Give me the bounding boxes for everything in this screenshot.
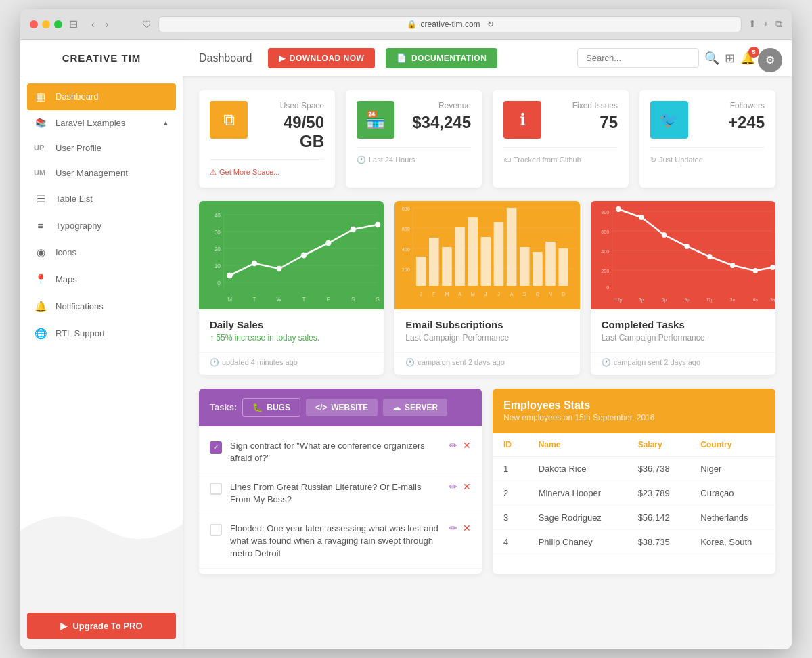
svg-rect-40 — [494, 222, 504, 286]
stat-card-followers: 🐦 Followers +245 ↻ Just Updated — [639, 90, 775, 188]
tab-website[interactable]: </> WEBSITE — [306, 399, 378, 416]
sidebar-item-maps[interactable]: 📍 Maps — [20, 266, 183, 293]
search-icon[interactable]: 🔍 — [704, 51, 719, 66]
dashboard-icon: ▦ — [34, 91, 47, 103]
globe-icon: 🌐 — [34, 328, 47, 340]
nav-abbr: UM — [34, 169, 47, 177]
svg-text:J: J — [420, 290, 423, 297]
tasks-card: Tasks: 🐛 BUGS </> WEBSITE ☁ — [199, 389, 482, 574]
svg-text:D: D — [562, 290, 566, 297]
documentation-button[interactable]: 📄 DOCUMENTATION — [386, 48, 497, 68]
sidebar-item-table-list[interactable]: ☰ Table List — [20, 185, 183, 213]
task-actions: ✏ ✕ — [449, 523, 471, 533]
sidebar-item-rtl[interactable]: 🌐 RTL Support — [20, 320, 183, 347]
fixed-issues-icon: ℹ — [503, 101, 541, 139]
task-checkbox-1[interactable]: ✓ — [210, 441, 222, 454]
task-edit-icon[interactable]: ✏ — [449, 481, 457, 492]
upgrade-button[interactable]: ▶ Upgrade To PRO — [27, 613, 176, 639]
task-edit-icon[interactable]: ✏ — [449, 523, 457, 533]
svg-point-14 — [301, 253, 306, 258]
sidebar-item-notifications[interactable]: 🔔 Notifications — [20, 293, 183, 320]
stat-info: Revenue $34,245 — [403, 101, 471, 132]
tab-bugs[interactable]: 🐛 BUGS — [242, 398, 300, 417]
browser-dots — [30, 20, 62, 28]
task-delete-icon[interactable]: ✕ — [463, 481, 471, 492]
daily-sales-chart-svg: 40 30 20 10 0 — [199, 201, 384, 309]
col-salary: Salary — [627, 433, 690, 457]
svg-text:12p: 12p — [614, 297, 622, 302]
forward-icon[interactable]: › — [106, 19, 109, 30]
download-button[interactable]: ▶ DOWNLOAD NOW — [268, 48, 375, 68]
task-text: Sign contract for "What are conference o… — [230, 440, 441, 464]
svg-point-12 — [252, 261, 256, 266]
maps-icon: 📍 — [34, 273, 47, 286]
task-delete-icon[interactable]: ✕ — [463, 440, 471, 451]
shield-icon: 🛡 — [142, 19, 152, 30]
table-row: 2 Minerva Hooper $23,789 Curaçao — [493, 481, 775, 505]
svg-text:3p: 3p — [639, 297, 644, 302]
tab-server[interactable]: ☁ SERVER — [383, 399, 447, 416]
sidebar-item-label: User Management — [55, 168, 128, 178]
stat-card-header: 🐦 Followers +245 — [650, 101, 765, 139]
svg-text:F: F — [327, 295, 330, 302]
used-space-icon: ⧉ — [210, 101, 248, 139]
chevron-up-icon: ▲ — [162, 119, 169, 127]
sidebar-item-user-management[interactable]: UM User Management — [20, 160, 183, 185]
sidebar-item-label: Typography — [55, 221, 102, 231]
task-checkbox-3[interactable] — [210, 524, 222, 536]
chart-card-completed-tasks: 800 600 400 200 0 — [591, 201, 775, 375]
svg-rect-45 — [559, 248, 569, 286]
sidebar-item-user-profile[interactable]: UP User Profile — [20, 135, 183, 160]
svg-point-73 — [730, 263, 735, 268]
sidebar-footer: ▶ Upgrade To PRO — [20, 602, 183, 649]
chart-area-email: 800 600 400 200 — [394, 201, 579, 309]
dot-green[interactable] — [54, 20, 62, 28]
sidebar-toggle-icon[interactable]: ⊟ — [69, 18, 78, 30]
back-icon[interactable]: ‹ — [91, 19, 95, 30]
svg-rect-38 — [468, 217, 478, 286]
chart-card-email-subscriptions: 800 600 400 200 — [394, 201, 579, 375]
sidebar-item-laravel[interactable]: 📚 Laravel Examples ▲ — [20, 110, 183, 135]
sidebar-item-dashboard[interactable]: ▦ Dashboard — [27, 83, 176, 110]
stats-grid: ⧉ Used Space 49/50 GB ⚠ Get More Space..… — [199, 90, 775, 188]
grid-icon[interactable]: ⊞ — [725, 51, 735, 66]
clock-icon: 🕐 — [210, 358, 219, 367]
svg-text:3a: 3a — [730, 297, 735, 301]
notification-bell-icon[interactable]: 🔔 5 — [740, 51, 755, 66]
svg-point-75 — [770, 265, 775, 270]
sidebar-item-icons[interactable]: ◉ Icons — [20, 239, 183, 266]
sidebar-item-typography[interactable]: ≡ Typography — [20, 213, 183, 239]
dot-yellow[interactable] — [42, 20, 50, 28]
svg-point-17 — [376, 222, 380, 227]
fullscreen-icon[interactable]: ⧉ — [775, 18, 782, 30]
dashboard-content: ⧉ Used Space 49/50 GB ⚠ Get More Space..… — [183, 76, 792, 588]
settings-gear-icon[interactable]: ⚙ — [758, 48, 782, 72]
stat-label: Used Space — [256, 101, 324, 110]
task-checkbox-2[interactable] — [210, 483, 222, 495]
stat-card-header: 🏪 Revenue $34,245 — [357, 101, 471, 139]
sidebar-item-label: User Profile — [55, 143, 102, 153]
task-edit-icon[interactable]: ✏ — [449, 440, 457, 451]
revenue-icon: 🏪 — [357, 101, 394, 139]
svg-point-71 — [684, 244, 689, 249]
svg-rect-41 — [507, 208, 517, 286]
share-icon[interactable]: ⬆ — [748, 18, 757, 30]
arrow-up-icon: ↑ — [210, 333, 214, 343]
svg-text:6a: 6a — [752, 297, 757, 301]
svg-rect-42 — [520, 247, 530, 286]
dot-red[interactable] — [30, 20, 38, 28]
chart-title: Email Subscriptions — [405, 319, 568, 330]
svg-text:N: N — [549, 290, 552, 297]
svg-rect-43 — [533, 252, 543, 286]
employees-title: Employees Stats — [503, 399, 765, 412]
search-input[interactable] — [577, 48, 699, 68]
table-icon: ☰ — [34, 193, 47, 205]
url-text: creative-tim.com — [421, 20, 480, 29]
svg-text:200: 200 — [601, 267, 609, 273]
cell-name: Philip Chaney — [528, 529, 627, 554]
new-tab-icon[interactable]: + — [763, 18, 769, 30]
address-bar[interactable]: 🔒 creative-tim.com ↻ — [158, 16, 741, 32]
task-delete-icon[interactable]: ✕ — [463, 523, 471, 533]
svg-point-70 — [661, 232, 666, 238]
refresh-icon[interactable]: ↻ — [487, 20, 494, 29]
